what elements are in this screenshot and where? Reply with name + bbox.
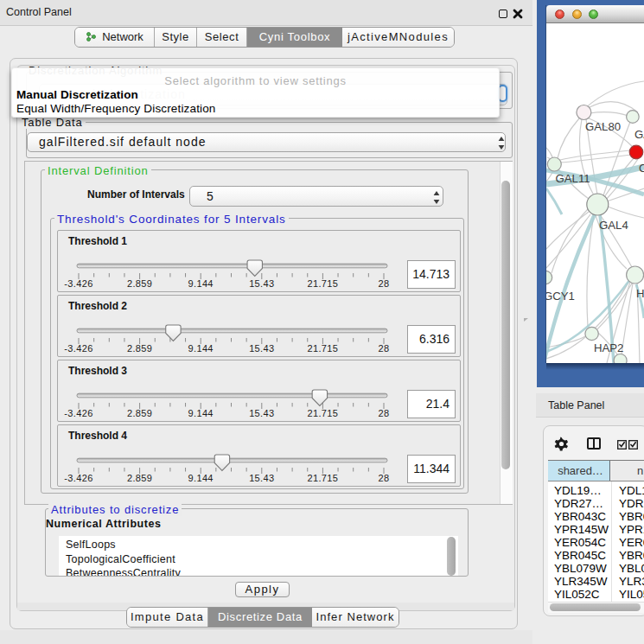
svg-text:HA: HA (636, 287, 644, 300)
svg-text:HAP2: HAP2 (594, 341, 623, 354)
svg-text:GCY1: GCY1 (546, 290, 575, 303)
svg-text:GAL80: GAL80 (585, 120, 621, 133)
svg-text:GAL11: GAL11 (556, 172, 590, 185)
svg-text:GAL4: GAL4 (599, 219, 628, 232)
svg-text:CR: CR (639, 162, 644, 175)
svg-text:GAL: GAL (634, 128, 644, 141)
